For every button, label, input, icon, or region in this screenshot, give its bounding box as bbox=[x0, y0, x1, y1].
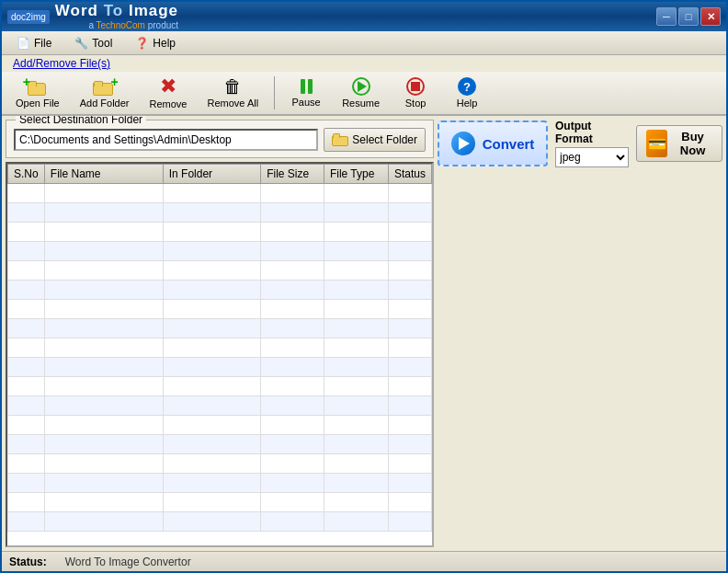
open-file-button[interactable]: + Open File bbox=[7, 74, 68, 112]
menu-help[interactable]: ❓ Help bbox=[124, 32, 186, 54]
main-toolbar: + Open File + Add Folder ✖ Remove 🗑 Remo… bbox=[2, 72, 726, 116]
table-cell bbox=[388, 474, 431, 493]
table-cell bbox=[163, 396, 260, 416]
destination-path-input[interactable] bbox=[14, 129, 318, 151]
add-remove-label[interactable]: Add/Remove File(s) bbox=[7, 55, 116, 72]
open-file-label: Open File bbox=[16, 97, 60, 109]
resume-triangle bbox=[358, 81, 367, 92]
table-cell bbox=[324, 223, 388, 242]
table-row bbox=[8, 416, 432, 435]
table-cell bbox=[261, 261, 324, 281]
add-remove-section: Add/Remove File(s) bbox=[2, 55, 726, 72]
buy-now-button[interactable]: 💳 Buy Now bbox=[636, 125, 722, 162]
col-sno: S.No bbox=[8, 165, 45, 184]
table-cell bbox=[163, 474, 260, 493]
table-cell bbox=[388, 281, 431, 300]
output-format-select[interactable]: jpeg png bmp tiff gif bbox=[555, 147, 629, 167]
table-cell bbox=[163, 377, 260, 396]
table-cell bbox=[388, 300, 431, 319]
table-cell bbox=[261, 396, 324, 416]
close-button[interactable]: ✕ bbox=[700, 7, 721, 26]
table-cell bbox=[388, 319, 431, 338]
pause-button[interactable]: Pause bbox=[282, 74, 330, 112]
table-row bbox=[8, 261, 432, 281]
col-infolder: In Folder bbox=[163, 165, 260, 184]
stop-icon bbox=[406, 77, 425, 96]
table-cell bbox=[324, 242, 388, 261]
remove-icon: ✖ bbox=[160, 76, 176, 97]
app-logo: doc2img bbox=[7, 10, 50, 24]
table-cell bbox=[8, 203, 45, 223]
file-table-body bbox=[8, 184, 432, 532]
table-cell bbox=[8, 338, 45, 358]
table-cell bbox=[388, 242, 431, 261]
buy-now-icon: 💳 bbox=[646, 130, 667, 157]
table-row bbox=[8, 281, 432, 300]
remove-all-label: Remove All bbox=[207, 97, 258, 109]
table-cell bbox=[324, 281, 388, 300]
table-cell bbox=[324, 493, 388, 512]
table-cell bbox=[163, 242, 260, 261]
table-cell bbox=[44, 396, 163, 416]
table-cell bbox=[44, 416, 163, 435]
table-cell bbox=[44, 474, 163, 493]
select-folder-icon bbox=[332, 133, 348, 146]
convert-play-icon bbox=[451, 132, 475, 155]
table-cell bbox=[388, 435, 431, 454]
app-subtitle: a TechnoCom product bbox=[55, 20, 178, 30]
menu-tool[interactable]: 🔧 Tool bbox=[63, 32, 122, 54]
resume-button[interactable]: Resume bbox=[334, 74, 388, 112]
table-cell bbox=[8, 300, 45, 319]
table-cell bbox=[388, 223, 431, 242]
minimize-button[interactable]: ─ bbox=[656, 7, 677, 26]
stop-button[interactable]: Stop bbox=[392, 74, 439, 112]
table-cell bbox=[163, 319, 260, 338]
remove-button[interactable]: ✖ Remove bbox=[142, 74, 196, 112]
table-row bbox=[8, 396, 432, 416]
table-cell bbox=[8, 184, 45, 203]
help-menu-icon: ❓ bbox=[134, 36, 149, 51]
table-row bbox=[8, 242, 432, 261]
table-cell bbox=[163, 338, 260, 358]
remove-all-button[interactable]: 🗑 Remove All bbox=[199, 74, 267, 112]
plus-icon: + bbox=[23, 75, 30, 88]
col-filetype: File Type bbox=[324, 165, 388, 184]
table-cell bbox=[324, 338, 388, 358]
table-cell bbox=[44, 319, 163, 338]
table-cell bbox=[261, 223, 324, 242]
table-cell bbox=[261, 242, 324, 261]
help-button[interactable]: ? Help bbox=[443, 74, 491, 112]
menu-file[interactable]: 📄 File bbox=[6, 32, 62, 54]
table-cell bbox=[324, 300, 388, 319]
stop-label: Stop bbox=[405, 97, 427, 109]
table-cell bbox=[8, 474, 45, 493]
table-cell bbox=[324, 454, 388, 474]
help-icon: ? bbox=[458, 77, 476, 96]
table-cell bbox=[8, 435, 45, 454]
table-row bbox=[8, 223, 432, 242]
table-cell bbox=[8, 319, 45, 338]
table-cell bbox=[8, 242, 45, 261]
add-folder-label: Add Folder bbox=[80, 97, 130, 109]
convert-triangle bbox=[459, 137, 470, 150]
maximize-button[interactable]: □ bbox=[678, 7, 699, 26]
select-folder-button[interactable]: Select Folder bbox=[324, 128, 426, 152]
table-cell bbox=[44, 242, 163, 261]
table-cell bbox=[388, 261, 431, 281]
help-label: Help bbox=[457, 97, 478, 109]
table-cell bbox=[163, 512, 260, 532]
table-cell bbox=[163, 358, 260, 377]
table-cell bbox=[261, 319, 324, 338]
table-row bbox=[8, 474, 432, 493]
title-bar: doc2img Word To Image a TechnoCom produc… bbox=[2, 2, 726, 31]
window-controls: ─ □ ✕ bbox=[656, 7, 721, 26]
title-bar-left: doc2img Word To Image a TechnoCom produc… bbox=[7, 3, 178, 30]
pause-icon bbox=[301, 78, 313, 95]
table-row bbox=[8, 512, 432, 532]
table-cell bbox=[388, 493, 431, 512]
add-folder-button[interactable]: + Add Folder bbox=[72, 74, 138, 112]
resume-icon bbox=[352, 77, 370, 96]
table-row bbox=[8, 300, 432, 319]
toolbar-separator bbox=[274, 76, 275, 109]
convert-button[interactable]: Convert bbox=[438, 120, 548, 166]
